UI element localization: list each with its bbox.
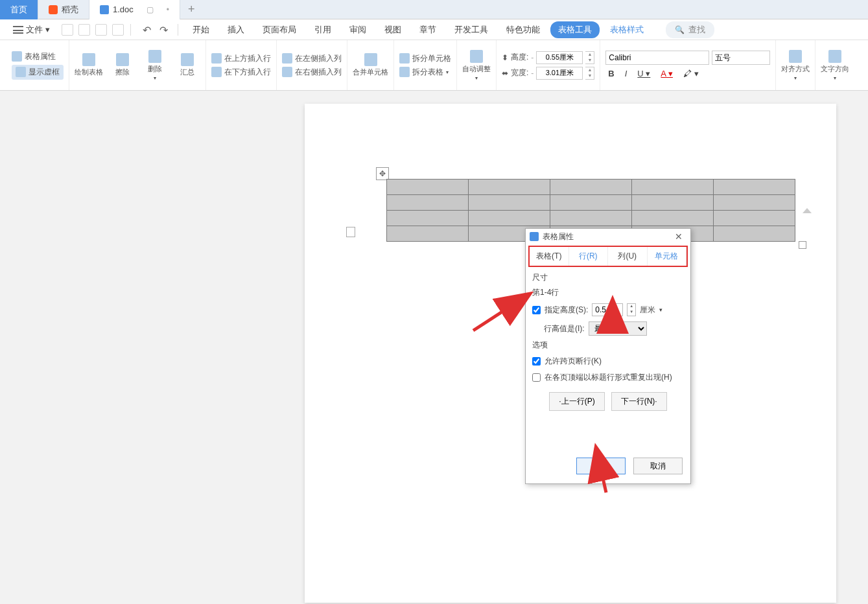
btn-insert-above[interactable]: 在上方插入行 (211, 53, 271, 64)
width-spinner[interactable]: ▲▼ (585, 67, 594, 80)
lbl: 对齐方式 (781, 64, 810, 74)
repeat-header-checkbox[interactable] (532, 373, 541, 382)
menu-review[interactable]: 审阅 (342, 21, 374, 38)
dlg-tab-column[interactable]: 列(U) (608, 247, 648, 266)
lbl: 删除 (148, 64, 162, 74)
redo-icon[interactable]: ↷ (159, 24, 171, 36)
table-move-handle[interactable]: ✥ (376, 167, 389, 180)
font-name-select[interactable] (605, 51, 709, 65)
table-resize-handle[interactable] (799, 241, 806, 249)
table-props-icon (12, 51, 22, 62)
menu-table-tools[interactable]: 表格工具 (550, 21, 600, 38)
btn-split-table[interactable]: 拆分表格▾ (399, 67, 451, 78)
dlg-tab-table[interactable]: 表格(T) (530, 247, 569, 266)
dlg-tab-row[interactable]: 行(R) (569, 247, 609, 266)
menubar: 文件 ▾ ↶ ↷ 开始 插入 页面布局 引用 审阅 视图 章节 开发工具 特色功… (0, 19, 868, 40)
height-value-input[interactable] (592, 303, 623, 316)
menu-view[interactable]: 视图 (377, 21, 409, 38)
width-input[interactable] (536, 67, 583, 80)
lbl: 汇总 (180, 67, 194, 77)
undo-icon[interactable]: ↶ (143, 24, 154, 36)
ok-button[interactable]: 确定 (576, 458, 626, 474)
tab-home[interactable]: 首页 (0, 0, 38, 19)
table-row[interactable] (387, 211, 795, 226)
btn-alignment[interactable]: 对齐方式▾ (781, 50, 810, 81)
row-height-mode-select[interactable]: 最小值 (589, 321, 647, 336)
qa-preview-icon[interactable] (112, 24, 124, 36)
undo-redo: ↶ ↷ (143, 24, 171, 36)
btn-eraser[interactable]: 擦除 (110, 53, 135, 77)
col-left-icon (282, 53, 292, 64)
tab-daoke[interactable]: 稻壳 (38, 0, 89, 19)
unit-dropdown-icon[interactable]: ▾ (659, 307, 663, 313)
btn-summary[interactable]: 汇总 (174, 53, 200, 77)
minus[interactable]: - (531, 53, 534, 62)
eraser-icon (116, 53, 129, 66)
tab-document[interactable]: 1.doc ▢ • (89, 0, 180, 19)
rg-merge: 合并单元格 (347, 40, 394, 90)
allow-break-label: 允许跨页断行(K) (545, 356, 602, 367)
menu-special[interactable]: 特色功能 (499, 21, 548, 38)
chevron-down-icon: ▾ (475, 75, 478, 81)
table-row[interactable] (387, 180, 795, 195)
lbl: 在右侧插入列 (295, 67, 342, 78)
lbl: 显示虚框 (29, 67, 60, 78)
btn-split-cells[interactable]: 拆分单元格 (399, 53, 451, 64)
lbl: 表格属性 (25, 51, 56, 62)
close-button[interactable]: ✕ (671, 231, 686, 242)
height-spinner[interactable]: ▲▼ (585, 51, 594, 64)
tab-daoke-label: 稻壳 (62, 4, 78, 16)
qa-save-icon[interactable] (62, 24, 73, 36)
font-size-select[interactable] (712, 51, 770, 65)
btn-insert-below[interactable]: 在下方插入行 (211, 67, 271, 78)
presentation-icon[interactable]: ▢ (147, 5, 154, 14)
bold-button[interactable]: B (605, 67, 616, 80)
btn-text-direction[interactable]: 文字方向▾ (821, 50, 849, 81)
minus[interactable]: - (531, 69, 534, 78)
menu-chapter[interactable]: 章节 (412, 21, 444, 38)
hamburger-icon (13, 26, 23, 34)
table-row[interactable] (387, 195, 795, 211)
btn-autofit[interactable]: 自动调整▾ (462, 50, 491, 81)
menu-start[interactable]: 开始 (185, 21, 217, 38)
btn-delete[interactable]: 删除▾ (142, 50, 168, 81)
btn-merge-cells[interactable]: 合并单元格 (353, 53, 388, 77)
menu-insert[interactable]: 插入 (220, 21, 252, 38)
menu-references[interactable]: 引用 (307, 21, 339, 38)
height-spinner[interactable]: ▲▼ (627, 303, 636, 316)
qa-print-icon[interactable] (95, 24, 107, 36)
btn-draw-table[interactable]: 绘制表格 (75, 53, 103, 77)
height-input[interactable] (536, 51, 583, 64)
btn-table-properties[interactable]: 表格属性 (12, 51, 64, 62)
next-row-button[interactable]: 下一行(N)· (611, 392, 667, 411)
dlg-tab-cell[interactable]: 单元格 (648, 247, 687, 266)
file-menu[interactable]: 文件 ▾ (8, 21, 55, 38)
rg-properties: 表格属性 显示虚框 (6, 40, 69, 90)
btn-insert-left[interactable]: 在左侧插入列 (282, 53, 342, 64)
italic-button[interactable]: I (622, 67, 630, 80)
lbl: 文字方向 (821, 64, 849, 74)
separator (130, 24, 131, 36)
underline-button[interactable]: U ▾ (635, 67, 653, 80)
font-color-button[interactable]: A ▾ (658, 67, 675, 80)
specify-height-checkbox[interactable] (532, 306, 541, 314)
menu-devtools[interactable]: 开发工具 (447, 21, 496, 38)
ruler-marker[interactable] (803, 205, 812, 213)
btn-insert-right[interactable]: 在右侧插入列 (282, 67, 342, 78)
search-box[interactable]: 查找 (666, 21, 714, 38)
prev-row-button[interactable]: ·上一行(P) (549, 392, 604, 411)
highlight-button[interactable]: 🖍 ▾ (681, 67, 701, 80)
cancel-button[interactable]: 取消 (633, 458, 683, 474)
menu-table-style[interactable]: 表格样式 (602, 21, 651, 38)
menu-page-layout[interactable]: 页面布局 (255, 21, 304, 38)
size-section-label: 尺寸 (532, 272, 684, 283)
allow-break-checkbox[interactable] (532, 357, 541, 366)
qa-reload-icon[interactable] (78, 24, 90, 36)
row-below-icon (211, 67, 222, 77)
dialog-title: 表格属性 (543, 231, 574, 242)
dialog-titlebar[interactable]: 表格属性 ✕ (526, 229, 690, 244)
btn-show-gridlines[interactable]: 显示虚框 (12, 65, 64, 80)
new-tab-button[interactable]: + (180, 3, 203, 16)
chevron-down-icon: ▾ (446, 69, 449, 75)
split-table-icon (399, 67, 410, 77)
